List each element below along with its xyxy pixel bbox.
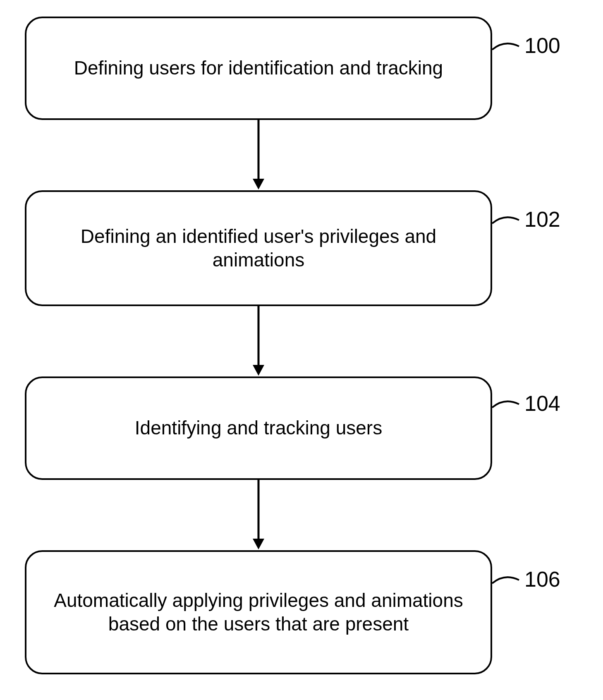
svg-marker-3 bbox=[253, 365, 264, 376]
svg-marker-5 bbox=[253, 539, 264, 549]
arrow-3 bbox=[25, 480, 492, 550]
step-text-3: Identifying and tracking users bbox=[135, 416, 382, 440]
connector-1 bbox=[492, 37, 525, 58]
connector-3 bbox=[492, 395, 525, 416]
step-box-1: Defining users for identification and tr… bbox=[25, 17, 492, 120]
svg-marker-1 bbox=[253, 179, 264, 189]
arrow-2 bbox=[25, 306, 492, 376]
arrow-1 bbox=[25, 120, 492, 190]
connector-2 bbox=[492, 211, 525, 232]
step-text-2: Defining an identified user's privileges… bbox=[47, 225, 470, 272]
step-label-3: 104 bbox=[524, 391, 560, 416]
step-box-3: Identifying and tracking users bbox=[25, 376, 492, 480]
step-label-1: 100 bbox=[524, 33, 560, 58]
step-text-1: Defining users for identification and tr… bbox=[74, 56, 443, 80]
step-label-4: 106 bbox=[524, 567, 560, 592]
step-box-4: Automatically applying privileges and an… bbox=[25, 550, 492, 674]
step-label-2: 102 bbox=[524, 207, 560, 232]
step-box-2: Defining an identified user's privileges… bbox=[25, 190, 492, 306]
connector-4 bbox=[492, 571, 525, 592]
step-text-4: Automatically applying privileges and an… bbox=[47, 589, 470, 636]
